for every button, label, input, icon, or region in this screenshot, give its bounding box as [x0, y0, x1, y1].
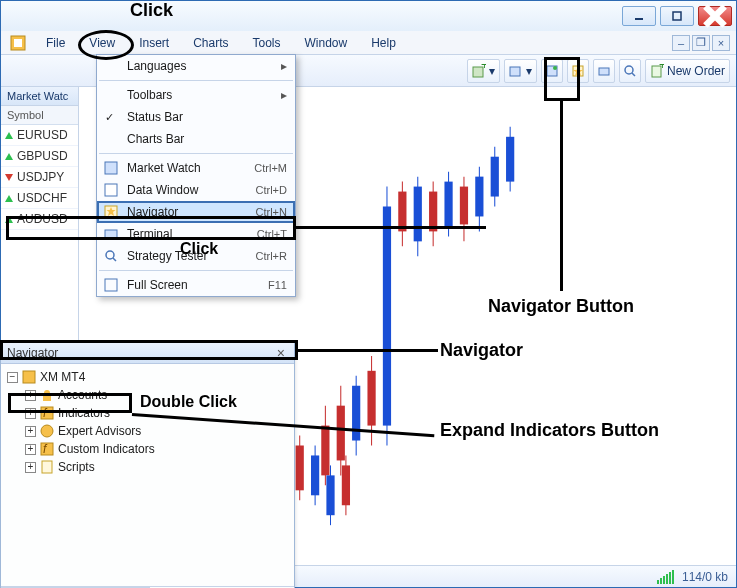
symbol-row[interactable]: EURUSD: [1, 125, 78, 146]
svg-rect-5: [14, 39, 22, 47]
chevron-down-icon: ▾: [526, 64, 532, 78]
svg-rect-35: [444, 182, 452, 227]
view-dropdown: Languages▸ Toolbars▸ ✓Status Bar Charts …: [96, 54, 296, 297]
expand-icon[interactable]: +: [25, 426, 36, 437]
symbol-name: GBPUSD: [17, 149, 68, 163]
tree-custom-indicators[interactable]: +fCustom Indicators: [7, 440, 288, 458]
submenu-arrow-icon: ▸: [281, 59, 287, 73]
menu-toolbars[interactable]: Toolbars▸: [97, 84, 295, 106]
svg-rect-31: [414, 187, 422, 242]
svg-text:+: +: [481, 64, 486, 72]
symbol-name: USDCHF: [17, 191, 67, 205]
down-arrow-icon: [5, 174, 13, 181]
navigator-toolbar-button[interactable]: [567, 59, 589, 83]
market-watch-header: Symbol: [1, 106, 78, 125]
svg-point-61: [44, 390, 50, 396]
svg-rect-43: [506, 137, 514, 182]
svg-rect-47: [296, 446, 304, 491]
menu-navigator[interactable]: NavigatorCtrl+N: [97, 201, 295, 223]
tree-scripts[interactable]: +Scripts: [7, 458, 288, 476]
tree-expert-advisors[interactable]: +Expert Advisors: [7, 422, 288, 440]
svg-rect-13: [599, 68, 609, 75]
symbol-name: AUDUSD: [17, 212, 68, 226]
minimize-button[interactable]: [622, 6, 656, 26]
menu-charts-bar[interactable]: Charts Bar: [97, 128, 295, 150]
menu-status-bar[interactable]: ✓Status Bar: [97, 106, 295, 128]
symbol-row[interactable]: USDCHF: [1, 188, 78, 209]
menu-tools[interactable]: Tools: [242, 32, 292, 54]
menu-terminal[interactable]: TerminalCtrl+T: [97, 223, 295, 245]
expand-icon[interactable]: +: [25, 444, 36, 455]
svg-rect-41: [491, 157, 499, 197]
svg-rect-27: [383, 207, 391, 426]
svg-text:+: +: [659, 64, 664, 72]
svg-rect-8: [510, 67, 520, 76]
menu-window[interactable]: Window: [294, 32, 359, 54]
strategy-tester-toolbar-button[interactable]: [619, 59, 641, 83]
navigator-panel: Navigator × −XM MT4 +Accounts +fIndicato…: [0, 342, 295, 588]
mdi-restore[interactable]: ❐: [692, 35, 710, 51]
maximize-button[interactable]: [660, 6, 694, 26]
svg-rect-21: [337, 406, 345, 461]
menu-file[interactable]: File: [35, 32, 76, 54]
navigator-title-bar[interactable]: Navigator ×: [1, 343, 294, 364]
svg-rect-51: [342, 465, 350, 505]
navigator-close-button[interactable]: ×: [274, 345, 288, 361]
expert-advisors-icon: [40, 424, 54, 438]
mdi-controls: – ❐ ×: [672, 35, 730, 51]
menu-strategy-tester[interactable]: Strategy TesterCtrl+R: [97, 245, 295, 267]
close-button[interactable]: [698, 6, 732, 26]
svg-rect-62: [43, 396, 51, 401]
symbol-row[interactable]: GBPUSD: [1, 146, 78, 167]
mdi-minimize[interactable]: –: [672, 35, 690, 51]
svg-point-57: [106, 251, 114, 259]
svg-line-15: [632, 73, 635, 76]
menu-help[interactable]: Help: [360, 32, 407, 54]
menu-data-window[interactable]: Data WindowCtrl+D: [97, 179, 295, 201]
svg-rect-68: [42, 461, 52, 473]
navigator-title: Navigator: [7, 346, 58, 360]
terminal-root-icon: [22, 370, 36, 384]
svg-rect-33: [429, 192, 437, 232]
svg-rect-59: [105, 279, 117, 291]
menu-market-watch[interactable]: Market WatchCtrl+M: [97, 157, 295, 179]
svg-rect-39: [475, 177, 483, 217]
app-icon: [7, 32, 29, 54]
svg-rect-45: [311, 455, 319, 495]
menu-languages[interactable]: Languages▸: [97, 55, 295, 77]
tree-indicators[interactable]: +fIndicators: [7, 404, 288, 422]
symbol-row[interactable]: USDJPY: [1, 167, 78, 188]
new-chart-button[interactable]: +▾: [467, 59, 500, 83]
terminal-icon: [103, 226, 119, 242]
collapse-icon[interactable]: −: [7, 372, 18, 383]
svg-rect-37: [460, 187, 468, 225]
tree-root[interactable]: −XM MT4: [7, 368, 288, 386]
svg-rect-19: [321, 426, 329, 476]
new-order-button[interactable]: +New Order: [645, 59, 730, 83]
svg-point-14: [625, 66, 633, 74]
svg-rect-23: [352, 386, 360, 441]
menu-insert[interactable]: Insert: [128, 32, 180, 54]
menu-charts[interactable]: Charts: [182, 32, 239, 54]
up-arrow-icon: [5, 195, 13, 202]
menu-view[interactable]: View: [78, 32, 126, 54]
svg-rect-52: [105, 162, 117, 174]
terminal-toolbar-button[interactable]: [593, 59, 615, 83]
expand-icon[interactable]: +: [25, 408, 36, 419]
mdi-close[interactable]: ×: [712, 35, 730, 51]
menu-full-screen[interactable]: Full ScreenF11: [97, 274, 295, 296]
svg-line-58: [113, 258, 116, 261]
tree-accounts[interactable]: +Accounts: [7, 386, 288, 404]
accounts-icon: [40, 388, 54, 402]
symbol-name: EURUSD: [17, 128, 68, 142]
svg-rect-25: [367, 371, 375, 426]
new-order-label: New Order: [667, 64, 725, 78]
full-screen-icon: [103, 277, 119, 293]
check-icon: ✓: [105, 111, 114, 124]
expand-icon[interactable]: +: [25, 462, 36, 473]
profiles-button[interactable]: ▾: [504, 59, 537, 83]
indicators-icon: f: [40, 406, 54, 420]
expand-icon[interactable]: +: [25, 390, 36, 401]
market-watch-toolbar-button[interactable]: [541, 59, 563, 83]
symbol-row[interactable]: AUDUSD: [1, 209, 78, 230]
